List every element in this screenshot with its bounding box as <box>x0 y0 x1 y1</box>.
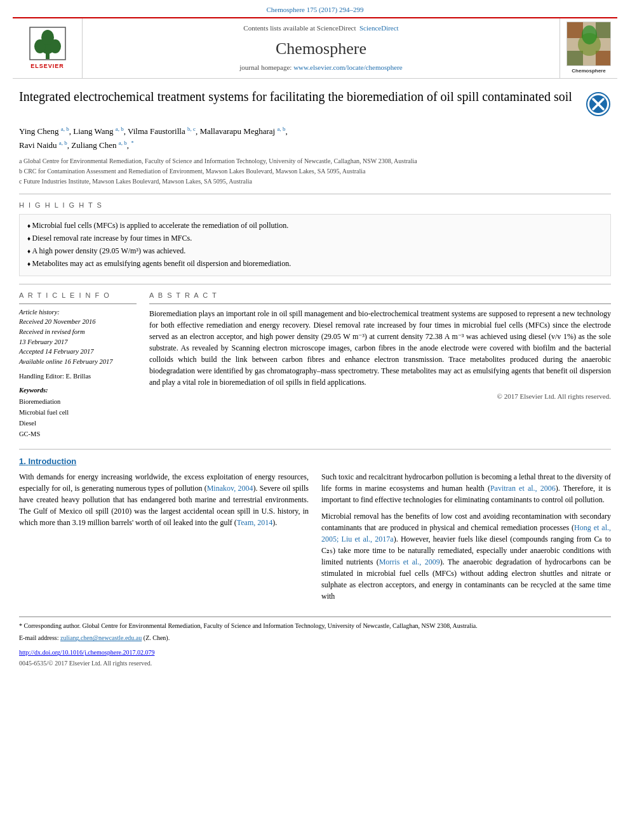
ref-hong[interactable]: Hong et al., 2005; Liu et al., 2017a <box>321 523 611 543</box>
intro-para-3: Microbial removal has the benefits of lo… <box>321 510 611 602</box>
keyword-2: Microbial fuel cell <box>19 408 137 418</box>
affiliation-a: a Global Centre for Environmental Remedi… <box>19 156 611 166</box>
journal-thumb-label: Chemosphere <box>572 67 605 74</box>
highlight-4: Metabolites may act as emulsifying agent… <box>27 258 603 269</box>
authors-section: Ying Cheng a, b, Liang Wang a, b, Vilma … <box>19 124 611 152</box>
ref-pavitran[interactable]: Pavitran et al., 2006 <box>490 484 556 493</box>
history-revised-date: 13 February 2017 <box>19 338 137 347</box>
svg-rect-9 <box>567 51 583 66</box>
highlights-box: Microbial fuel cells (MFCs) is applied t… <box>19 214 611 276</box>
history-accepted: Accepted 14 February 2017 <box>19 347 137 357</box>
handling-editor: Handling Editor: E. Brillas <box>19 372 137 382</box>
info-abstract-section: A R T I C L E I N F O Article history: R… <box>19 291 611 439</box>
article-content: Integrated electrochemical treatment sys… <box>0 79 630 681</box>
journal-citation: Chemosphere 175 (2017) 294–299 <box>0 0 630 17</box>
homepage-link[interactable]: www.elsevier.com/locate/chemosphere <box>293 63 403 71</box>
info-divider <box>19 303 137 304</box>
sciencedirect-link[interactable]: ScienceDirect <box>359 24 399 32</box>
abstract-column: A B S T R A C T Bioremediation plays an … <box>149 291 611 439</box>
ref-minakov[interactable]: Minakov, 2004 <box>207 484 253 493</box>
author-email[interactable]: zuliang.chen@newcastle.edu.au <box>60 634 142 641</box>
divider-1 <box>19 194 611 194</box>
intro-para-2: Such toxic and recalcitrant hydrocarbon … <box>321 471 611 505</box>
elsevier-tree-icon <box>29 26 67 61</box>
keyword-1: Bioremediation <box>19 397 137 408</box>
svg-rect-8 <box>596 22 611 38</box>
intro-right-col: Such toxic and recalcitrant hydrocarbon … <box>321 471 611 607</box>
footnotes-section: * Corresponding author. Global Centre fo… <box>19 617 611 668</box>
svg-point-12 <box>582 25 597 44</box>
journal-homepage: journal homepage: www.elsevier.com/locat… <box>239 63 402 72</box>
email-label: E-mail address: <box>19 634 58 641</box>
journal-cover-image <box>567 22 611 66</box>
doi-link: http://dx.doi.org/10.1016/j.chemosphere.… <box>19 648 611 657</box>
doi-url[interactable]: http://dx.doi.org/10.1016/j.chemosphere.… <box>19 649 154 656</box>
history-revised-label: Received in revised form <box>19 328 137 337</box>
affiliation-c: c Future Industries Institute, Mawson La… <box>19 177 611 186</box>
abstract-section: A B S T R A C T Bioremediation plays an … <box>149 291 611 401</box>
keyword-4: GC-MS <box>19 429 137 440</box>
journal-info-center: Contents lists available at ScienceDirec… <box>83 18 560 77</box>
keywords-section: Keywords: Bioremediation Microbial fuel … <box>19 386 137 439</box>
history-received: Received 20 November 2016 <box>19 317 137 327</box>
article-title: Integrated electrochemical treatment sys… <box>19 88 579 105</box>
ref-morris[interactable]: Morris et al., 2009 <box>379 557 440 566</box>
highlight-3: A high power density (29.05 W/m³) was ac… <box>27 245 603 257</box>
affiliations-section: a Global Centre for Environmental Remedi… <box>19 156 611 186</box>
abstract-text: Bioremediation plays an important role i… <box>149 308 611 388</box>
article-info-column: A R T I C L E I N F O Article history: R… <box>19 291 137 439</box>
journal-name: Chemosphere <box>276 37 366 60</box>
divider-3 <box>19 449 611 450</box>
journal-header: ELSEVIER Contents lists available at Sci… <box>13 17 617 78</box>
affiliation-b: b CRC for Contamination Assessment and R… <box>19 166 611 176</box>
corresponding-author-note: * Corresponding author. Global Centre fo… <box>19 621 611 630</box>
history-online: Available online 16 February 2017 <box>19 357 137 367</box>
elsevier-logo: ELSEVIER <box>29 26 67 70</box>
introduction-heading: 1. Introduction <box>19 456 611 467</box>
ref-team[interactable]: Team, 2014 <box>237 518 272 527</box>
divider-2 <box>19 284 611 284</box>
history-label: Article history: <box>19 308 137 317</box>
page: Chemosphere 175 (2017) 294–299 ELSEVIER <box>0 0 630 840</box>
article-info-label: A R T I C L E I N F O <box>19 291 137 300</box>
abstract-divider <box>149 303 611 304</box>
highlights-label: H I G H L I G H T S <box>19 201 611 210</box>
intro-para-1: With demands for energy increasing world… <box>19 471 309 528</box>
sciencedirect-text: Contents lists available at ScienceDirec… <box>243 23 398 33</box>
svg-rect-10 <box>596 51 611 66</box>
introduction-section: 1. Introduction With demands for energy … <box>19 456 611 607</box>
crossmark-icon <box>586 91 611 117</box>
highlights-section: H I G H L I G H T S Microbial fuel cells… <box>19 201 611 276</box>
footer-copyright: 0045-6535/© 2017 Elsevier Ltd. All right… <box>19 658 611 668</box>
elsevier-label: ELSEVIER <box>30 62 64 70</box>
elsevier-logo-section: ELSEVIER <box>13 18 83 77</box>
highlight-1: Microbial fuel cells (MFCs) is applied t… <box>27 220 603 231</box>
highlight-2: Diesel removal rate increase by four tim… <box>27 232 603 244</box>
article-history: Article history: Received 20 November 20… <box>19 308 137 367</box>
copyright-text: © 2017 Elsevier Ltd. All rights reserved… <box>149 392 611 401</box>
email-note: E-mail address: zuliang.chen@newcastle.e… <box>19 633 611 643</box>
keywords-label: Keywords: <box>19 386 137 396</box>
journal-thumbnail <box>566 22 611 66</box>
svg-rect-7 <box>567 22 583 38</box>
introduction-body: With demands for energy increasing world… <box>19 471 611 607</box>
abstract-label: A B S T R A C T <box>149 291 611 300</box>
svg-point-4 <box>41 30 54 45</box>
keyword-3: Diesel <box>19 418 137 429</box>
journal-thumbnail-section: Chemosphere <box>560 18 617 77</box>
article-title-section: Integrated electrochemical treatment sys… <box>19 88 611 117</box>
intro-left-col: With demands for energy increasing world… <box>19 471 309 607</box>
keywords-list: Bioremediation Microbial fuel cell Diese… <box>19 397 137 439</box>
